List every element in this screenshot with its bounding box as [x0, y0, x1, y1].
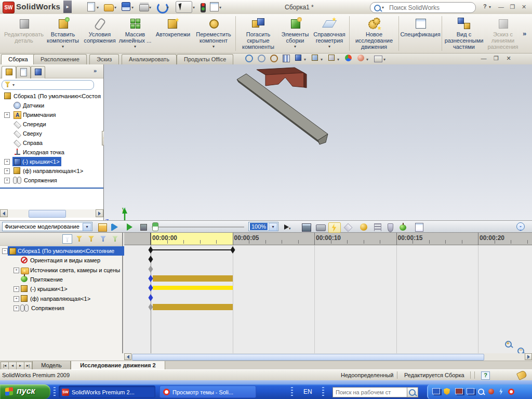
- expand-toggle[interactable]: +: [4, 159, 10, 165]
- expand-toggle[interactable]: +: [14, 296, 19, 302]
- options-button[interactable]: [210, 2, 220, 12]
- security-shield-icon[interactable]: [444, 388, 451, 395]
- tree-item-napravlyayushchaya[interactable]: + (ф) направляющая<1>: [0, 166, 103, 176]
- dropdown-caret[interactable]: ▾: [328, 44, 330, 49]
- view-settings-caret[interactable]: ▾: [383, 57, 385, 62]
- expand-toggle[interactable]: +: [14, 286, 19, 292]
- expand-toggle[interactable]: +: [14, 268, 19, 273]
- tab-sketch[interactable]: Эскиз: [89, 54, 119, 64]
- options-caret[interactable]: ▾: [219, 5, 221, 10]
- animation-wizard-button[interactable]: [315, 222, 325, 232]
- motion-item-napravlyayushchaya[interactable]: + (ф) направляющая<1>: [0, 294, 122, 303]
- filter-all-button[interactable]: [62, 234, 72, 244]
- timeline-key-point[interactable]: [148, 256, 153, 263]
- tree-item-sensors[interactable]: Датчики: [0, 101, 103, 110]
- graphics-viewport[interactable]: Y Z X: [104, 64, 532, 220]
- desktop-search-input[interactable]: [335, 388, 404, 396]
- undo-button[interactable]: [157, 2, 167, 12]
- timeline-change-bar[interactable]: [153, 275, 233, 282]
- save-caret[interactable]: ▾: [131, 5, 134, 10]
- taskbar-item-opera[interactable]: Просмотр темы - Soli...: [159, 385, 256, 398]
- document-minimize-button[interactable]: —: [479, 55, 488, 62]
- ribbon-button-new-motion-study[interactable]: Новое исследование движения: [351, 14, 397, 53]
- timeline-tracks[interactable]: [124, 245, 532, 353]
- tab-office-products[interactable]: Продукты Office: [177, 54, 233, 64]
- select-caret[interactable]: ▾: [193, 5, 195, 10]
- feature-manager-tab[interactable]: [2, 66, 16, 78]
- playback-speed-caret[interactable]: ▾: [269, 223, 277, 231]
- ribbon-button-show-hidden-components[interactable]: Погасить скрытые компоненты: [237, 14, 279, 53]
- study-type-select[interactable]: Физическое моделирование ▾: [2, 222, 92, 231]
- tree-item-top-plane[interactable]: Сверху: [0, 129, 103, 138]
- tree-item-mates[interactable]: + Сопряжения: [0, 176, 103, 185]
- display-style-caret[interactable]: ▾: [337, 57, 339, 62]
- view-orientation-icon[interactable]: [312, 55, 321, 63]
- next-tab-button[interactable]: ▸: [16, 362, 24, 370]
- scroll-left-button[interactable]: [0, 209, 8, 217]
- panel-overflow-button[interactable]: »: [94, 68, 97, 74]
- quick-launch-handle[interactable]: [54, 387, 56, 396]
- calculate-button[interactable]: [97, 222, 107, 232]
- contact-button[interactable]: [358, 222, 369, 232]
- help-caret[interactable]: ▾: [489, 5, 491, 9]
- desktop-search-box[interactable]: [332, 387, 407, 397]
- tree-item-annotations[interactable]: + A Примечания: [0, 110, 103, 119]
- dropdown-caret[interactable]: ▾: [294, 44, 296, 49]
- search-scope-caret[interactable]: ▾: [382, 5, 384, 10]
- panel-split-line[interactable]: [0, 188, 103, 189]
- save-animation-button[interactable]: [300, 222, 311, 232]
- tags-icon[interactable]: [516, 370, 527, 380]
- filter-caret[interactable]: ▾: [12, 83, 15, 87]
- property-manager-tab[interactable]: [16, 66, 31, 78]
- timeline-change-bar[interactable]: [153, 286, 233, 290]
- timeline-key-point[interactable]: [148, 265, 153, 273]
- timeline-key-point[interactable]: [148, 246, 153, 254]
- motion-item-kryshki[interactable]: + (-) крышки<1>: [0, 284, 122, 294]
- tree-item-kryshki[interactable]: + (-) крышки<1>: [0, 157, 103, 166]
- scroll-right-button[interactable]: [96, 209, 103, 217]
- model-tab[interactable]: Модель: [32, 361, 71, 370]
- local-network-icon[interactable]: [467, 388, 474, 395]
- ribbon-button-assembly-features[interactable]: Элементы сборки ▾: [279, 14, 311, 53]
- motion-item-orientation[interactable]: Ориентация и виды камер: [0, 256, 122, 265]
- tab-layout[interactable]: Расположение: [33, 54, 87, 64]
- print-caret[interactable]: ▾: [149, 5, 151, 10]
- open-button[interactable]: [104, 2, 114, 12]
- solidworks-search-box[interactable]: ▾: [370, 2, 476, 13]
- play-from-start-button[interactable]: [110, 222, 121, 232]
- timeline-key-point[interactable]: [148, 294, 153, 301]
- new-document-caret[interactable]: ▾: [97, 5, 99, 10]
- close-button[interactable]: ✕: [520, 4, 528, 11]
- ribbon-button-reference-geometry[interactable]: Справочная геометрия ▾: [311, 14, 348, 53]
- timeline-key-point[interactable]: [230, 246, 235, 254]
- ribbon-button-exploded-view[interactable]: Вид с разнесенными частями: [444, 14, 484, 53]
- motion-item-lights[interactable]: + Источники света, камеры и сцены: [0, 265, 122, 275]
- ribbon-overflow-button[interactable]: »: [522, 30, 527, 37]
- motion-study-tab[interactable]: Исследование движения 2: [71, 361, 165, 370]
- key-point-button[interactable]: [343, 222, 353, 232]
- filter-results-button[interactable]: [110, 234, 120, 244]
- search-input[interactable]: [388, 3, 473, 12]
- network-disconnected-icon[interactable]: [455, 388, 463, 395]
- quick-tips-button[interactable]: ?: [481, 371, 490, 380]
- ribbon-button-bill-of-materials[interactable]: Спецификация: [401, 14, 440, 53]
- filter-animated-button[interactable]: [74, 234, 84, 244]
- collapse-toggle[interactable]: −: [2, 248, 8, 254]
- print-button[interactable]: [139, 2, 149, 12]
- rotate-view-icon[interactable]: [270, 55, 279, 63]
- motor-button[interactable]: [328, 222, 341, 233]
- expand-toggle[interactable]: +: [4, 168, 10, 174]
- new-document-button[interactable]: [87, 2, 97, 12]
- previous-tab-button[interactable]: ◂: [8, 362, 17, 370]
- configuration-manager-tab[interactable]: [31, 66, 45, 78]
- interference-check-button[interactable]: [201, 2, 206, 12]
- save-button[interactable]: [122, 2, 131, 12]
- spring-button[interactable]: [372, 222, 382, 232]
- first-tab-button[interactable]: |◂: [1, 362, 9, 370]
- collapse-motion-manager-button[interactable]: ⌄⌄: [516, 222, 527, 232]
- appearance-sphere-icon[interactable]: [345, 55, 354, 63]
- timeline-playhead[interactable]: [150, 233, 151, 245]
- playback-mode-button[interactable]: ▾: [283, 222, 294, 232]
- tree-item-front-plane[interactable]: Спереди: [0, 119, 103, 129]
- last-tab-button[interactable]: ▸|: [24, 362, 32, 370]
